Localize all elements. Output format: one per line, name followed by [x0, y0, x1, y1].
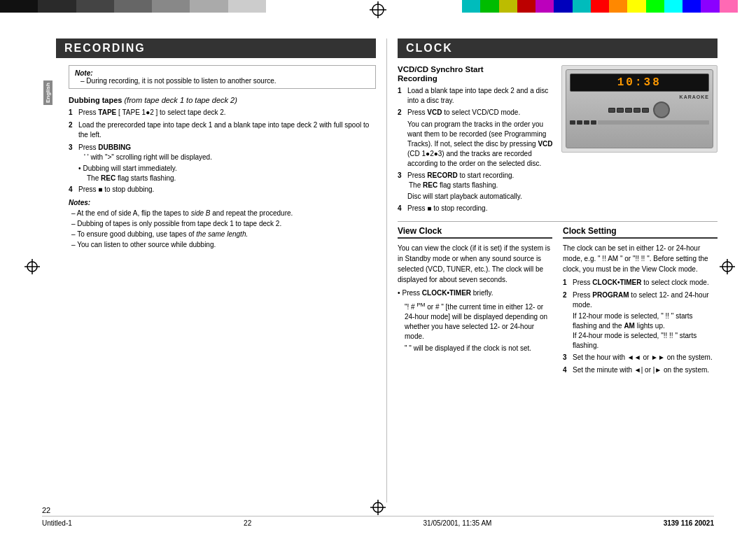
step-2-text: Load the prerecorded tape into tape deck… — [78, 120, 376, 140]
right-crosshair — [720, 259, 735, 276]
recording-header: RECORDING — [56, 38, 376, 58]
device-display: 10:38 — [617, 76, 662, 89]
step-2-num: 2 — [69, 120, 76, 140]
clock-steps: 1 Press CLOCK•TIMER to select clock mode… — [563, 278, 718, 375]
dubbing-steps: 1 Press TAPE [ TAPE 1●2 ] to select tape… — [69, 108, 376, 195]
footer-left: Untitled-1 — [42, 519, 72, 527]
footer-filename: Untitled-1 — [42, 519, 72, 527]
vcd-step-5: Disc will start playback automatically. — [398, 192, 554, 202]
vcd-step-2: 2 Press VCD to select VCD/CD mode. — [398, 108, 554, 118]
device-image-col: 10:38 KARAOKE — [561, 65, 718, 216]
footer-product-code: 3139 116 20021 — [664, 519, 714, 527]
vcd-step-3: You can program the tracks in the order … — [398, 120, 554, 169]
step-3-num: 3 — [69, 143, 76, 183]
brand-label: KARAOKE — [680, 94, 709, 99]
clock-section: CLOCK VCD/CD Synchro Start Recording 1 L… — [387, 38, 718, 503]
view-clock-body: You can view the clock (if it is set) if… — [398, 243, 552, 285]
clock-setting-intro: The clock can be set in either 12- or 24… — [563, 243, 718, 274]
clock-step-2: 2 Press PROGRAM to select 12- and 24-hou… — [563, 290, 718, 351]
clock-setting-title: Clock Setting — [563, 226, 718, 239]
vcd-synchro-col: VCD/CD Synchro Start Recording 1 Load a … — [398, 65, 554, 216]
view-clock-section: View Clock You can view the clock (if it… — [398, 226, 552, 378]
bottom-crosshair — [370, 500, 386, 517]
clock-setting-section: Clock Setting The clock can be set in ei… — [563, 226, 718, 378]
recording-section: RECORDING Note: – During recording, it i… — [56, 38, 387, 503]
step-1-text: Press TAPE [ TAPE 1●2 ] to select tape d… — [78, 108, 226, 118]
step-3: 3 Press DUBBING ' ' with ">" scrolling r… — [69, 143, 376, 183]
note-bottom-1: – At the end of side A, flip the tapes t… — [69, 208, 376, 218]
footer-date: 31/05/2001, 11:35 AM — [424, 519, 492, 527]
view-clock-sub2: " " will be displayed if the clock is no… — [398, 344, 552, 353]
step-1-num: 1 — [69, 108, 76, 118]
clock-step-1: 1 Press CLOCK•TIMER to select clock mode… — [563, 278, 718, 288]
step-1: 1 Press TAPE [ TAPE 1●2 ] to select tape… — [69, 108, 376, 118]
view-clock-sub1: "! # PM or # " [the current time in eith… — [398, 301, 552, 342]
step-4: 4 Press ■ to stop dubbing. — [69, 185, 376, 195]
clock-step-3: 3 Set the hour with ◄◄ or ►► on the syst… — [563, 353, 718, 363]
vcd-subtitle: Recording — [398, 74, 554, 83]
vcd-title: VCD/CD Synchro Start — [398, 65, 554, 73]
note-label: Note: — [75, 69, 370, 77]
notes-bottom: Notes: – At the end of side A, flip the … — [69, 199, 376, 250]
english-label: English — [43, 80, 52, 105]
vcd-step-6: 4 Press ■ to stop recording. — [398, 204, 554, 213]
vcd-step-1: 1 Load a blank tape into tape deck 2 and… — [398, 86, 554, 106]
section-divider — [398, 221, 718, 222]
note-item-1: – During recording, it is not possible t… — [75, 77, 370, 85]
footer-center-page: 22 — [244, 519, 251, 527]
footer-page-num: 22 — [244, 519, 251, 527]
footer: Untitled-1 22 31/05/2001, 11:35 AM 3139 … — [42, 516, 714, 527]
note-bottom-3: – To ensure good dubbing, use tapes of t… — [69, 229, 376, 239]
view-clock-bullet: •Press CLOCK•TIMER briefly. — [398, 288, 552, 298]
top-crosshair — [370, 1, 386, 20]
color-bar-left — [0, 0, 266, 13]
step-4-text: Press ■ to stop dubbing. — [78, 185, 154, 195]
dubbing-title: Dubbing tapes (from tape deck 1 to tape … — [69, 96, 376, 104]
notes-label: Notes: — [69, 199, 376, 206]
device-image: 10:38 KARAOKE — [561, 65, 718, 153]
step-4-num: 4 — [69, 185, 76, 195]
clock-step-4: 4 Set the minute with ◄| or |► on the sy… — [563, 365, 718, 375]
note-bottom-4: – You can listen to other source while d… — [69, 239, 376, 250]
note-box: Note: – During recording, it is not poss… — [69, 65, 376, 89]
vcd-steps: 1 Load a blank tape into tape deck 2 and… — [398, 86, 554, 213]
note-bottom-2: – Dubbing of tapes is only possible from… — [69, 218, 376, 229]
color-bar-right — [462, 0, 756, 13]
left-crosshair — [24, 259, 40, 276]
step-2: 2 Load the prerecorded tape into tape de… — [69, 120, 376, 140]
page-number: 22 — [42, 506, 50, 514]
clock-header: CLOCK — [398, 38, 718, 58]
view-clock-title: View Clock — [398, 226, 552, 239]
vcd-step-4: 3 Press RECORD to start recording. The R… — [398, 171, 554, 190]
